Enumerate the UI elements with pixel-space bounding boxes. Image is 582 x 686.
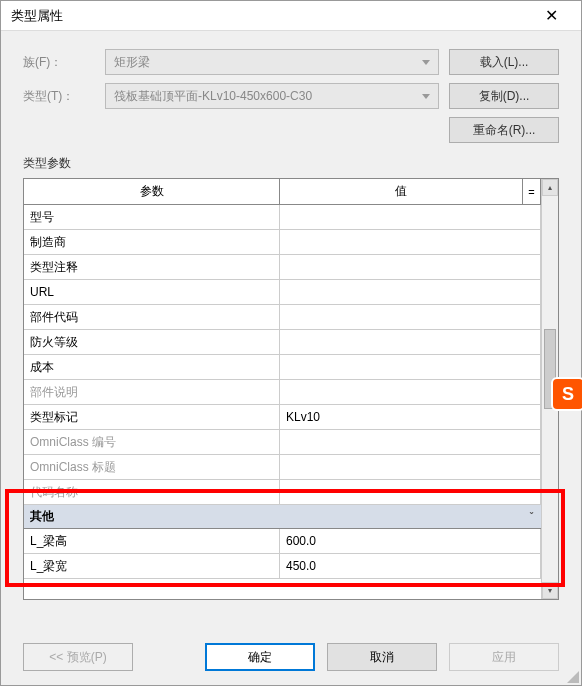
- preview-button[interactable]: << 预览(P): [23, 643, 133, 671]
- cell-param[interactable]: 防火等级: [24, 330, 280, 354]
- cell-param[interactable]: 代码名称: [24, 480, 280, 504]
- cell-value[interactable]: [280, 280, 541, 304]
- cell-value[interactable]: 600.0: [280, 529, 541, 553]
- resize-grip[interactable]: [565, 669, 579, 683]
- cell-value[interactable]: KLv10: [280, 405, 541, 429]
- cell-param[interactable]: 部件代码: [24, 305, 280, 329]
- chevron-down-icon: ˇ: [530, 511, 533, 522]
- cell-param[interactable]: URL: [24, 280, 280, 304]
- table-row[interactable]: 型号: [24, 205, 541, 230]
- cell-param[interactable]: 部件说明: [24, 380, 280, 404]
- cell-value[interactable]: [280, 255, 541, 279]
- params-table: 参数 值 = 型号制造商类型注释URL部件代码防火等级成本部件说明类型标记KLv…: [23, 178, 559, 600]
- cell-value[interactable]: [280, 330, 541, 354]
- table-row[interactable]: 制造商: [24, 230, 541, 255]
- table-row[interactable]: OmniClass 标题: [24, 455, 541, 480]
- cell-param[interactable]: 型号: [24, 205, 280, 229]
- window-title: 类型属性: [11, 7, 531, 25]
- cell-value[interactable]: [280, 205, 541, 229]
- cell-param[interactable]: L_梁宽: [24, 554, 280, 578]
- cell-param[interactable]: 类型标记: [24, 405, 280, 429]
- scroll-down-icon[interactable]: ▾: [542, 582, 558, 599]
- cell-value[interactable]: [280, 305, 541, 329]
- table-body: 型号制造商类型注释URL部件代码防火等级成本部件说明类型标记KLv10OmniC…: [24, 205, 541, 505]
- cell-value[interactable]: 450.0: [280, 554, 541, 578]
- cell-param[interactable]: OmniClass 标题: [24, 455, 280, 479]
- rename-button[interactable]: 重命名(R)...: [449, 117, 559, 143]
- cell-value[interactable]: [280, 380, 541, 404]
- cell-value[interactable]: [280, 430, 541, 454]
- apply-button[interactable]: 应用: [449, 643, 559, 671]
- header-param[interactable]: 参数: [24, 179, 280, 204]
- bottom-bar: << 预览(P) 确定 取消 应用: [23, 643, 559, 671]
- section-label: 类型参数: [23, 155, 559, 172]
- cell-value[interactable]: [280, 455, 541, 479]
- cell-value[interactable]: [280, 355, 541, 379]
- family-row: 族(F)： 矩形梁 载入(L)...: [23, 49, 559, 75]
- family-label: 族(F)：: [23, 54, 105, 71]
- cell-param[interactable]: 成本: [24, 355, 280, 379]
- header-eq[interactable]: =: [523, 179, 541, 204]
- cancel-button[interactable]: 取消: [327, 643, 437, 671]
- load-button[interactable]: 载入(L)...: [449, 49, 559, 75]
- table-row[interactable]: 部件说明: [24, 380, 541, 405]
- table-header: 参数 值 =: [24, 179, 541, 205]
- type-label: 类型(T)：: [23, 88, 105, 105]
- table-body-2: L_梁高600.0L_梁宽450.0: [24, 529, 541, 579]
- table-row[interactable]: L_梁高600.0: [24, 529, 541, 554]
- cell-value[interactable]: [280, 480, 541, 504]
- table-row[interactable]: 代码名称: [24, 480, 541, 505]
- table-row[interactable]: 防火等级: [24, 330, 541, 355]
- cell-value[interactable]: [280, 230, 541, 254]
- type-dropdown[interactable]: 筏板基础顶平面-KLv10-450x600-C30: [105, 83, 439, 109]
- ok-button[interactable]: 确定: [205, 643, 315, 671]
- cell-param[interactable]: 类型注释: [24, 255, 280, 279]
- table-row[interactable]: L_梁宽450.0: [24, 554, 541, 579]
- group-label: 其他: [30, 508, 54, 525]
- family-dropdown[interactable]: 矩形梁: [105, 49, 439, 75]
- table-row[interactable]: 部件代码: [24, 305, 541, 330]
- cell-param[interactable]: 制造商: [24, 230, 280, 254]
- family-value: 矩形梁: [114, 54, 150, 71]
- type-row: 类型(T)： 筏板基础顶平面-KLv10-450x600-C30 复制(D)..…: [23, 83, 559, 109]
- scroll-up-icon[interactable]: ▴: [542, 179, 558, 196]
- table-row[interactable]: URL: [24, 280, 541, 305]
- dialog-window: 类型属性 ✕ 族(F)： 矩形梁 载入(L)... 类型(T)： 筏板基础顶平面…: [0, 0, 582, 686]
- header-value[interactable]: 值: [280, 179, 523, 204]
- table-row[interactable]: 成本: [24, 355, 541, 380]
- type-value: 筏板基础顶平面-KLv10-450x600-C30: [114, 88, 312, 105]
- table-row[interactable]: 类型标记KLv10: [24, 405, 541, 430]
- table-row[interactable]: 类型注释: [24, 255, 541, 280]
- group-other[interactable]: 其他 ˇ: [24, 505, 541, 529]
- duplicate-button[interactable]: 复制(D)...: [449, 83, 559, 109]
- ime-badge[interactable]: S: [551, 377, 582, 411]
- rename-row: 重命名(R)...: [23, 117, 559, 143]
- table-scroll: 参数 值 = 型号制造商类型注释URL部件代码防火等级成本部件说明类型标记KLv…: [24, 179, 541, 599]
- cell-param[interactable]: L_梁高: [24, 529, 280, 553]
- titlebar: 类型属性 ✕: [1, 1, 581, 31]
- content-area: 族(F)： 矩形梁 载入(L)... 类型(T)： 筏板基础顶平面-KLv10-…: [1, 31, 581, 610]
- close-button[interactable]: ✕: [531, 1, 571, 31]
- cell-param[interactable]: OmniClass 编号: [24, 430, 280, 454]
- table-row[interactable]: OmniClass 编号: [24, 430, 541, 455]
